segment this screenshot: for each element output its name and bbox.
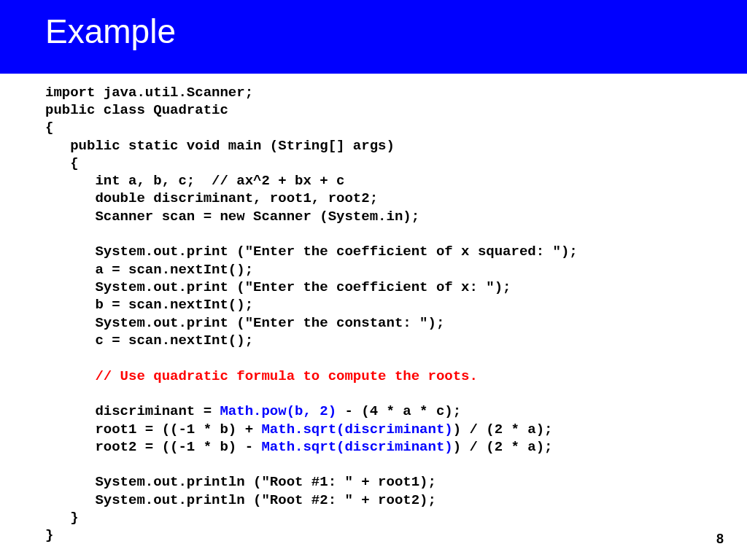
code-line: System.out.print ("Enter the constant: "…: [45, 315, 444, 331]
code-line: System.out.println ("Root #1: " + root1)…: [45, 474, 436, 490]
code-math-call: Math.sqrt(discriminant): [261, 421, 452, 438]
slide: Example import java.util.Scanner; public…: [0, 0, 747, 560]
title-bar: Example: [0, 0, 747, 74]
code-line: ) / (2 * a);: [453, 439, 553, 455]
code-line: c = scan.nextInt();: [45, 332, 253, 349]
code-line: root1 = ((-1 * b) +: [45, 421, 261, 438]
code-line: - (4 * a * c);: [336, 403, 461, 419]
code-line: Scanner scan = new Scanner (System.in);: [45, 209, 419, 225]
code-line: }: [45, 510, 79, 526]
code-line: double discriminant, root1, root2;: [45, 190, 378, 206]
code-line: root2 = ((-1 * b) -: [45, 439, 261, 455]
code-line: {: [45, 155, 79, 171]
code-math-call: Math.pow(b, 2): [220, 403, 336, 419]
code-line: System.out.print ("Enter the coefficient…: [45, 279, 511, 295]
code-line: int a, b, c; // ax^2 + bx + c: [45, 173, 344, 189]
code-line: }: [45, 527, 53, 543]
code-math-call: Math.sqrt(discriminant): [261, 439, 452, 455]
code-line: b = scan.nextInt();: [45, 297, 253, 313]
code-line: {: [45, 120, 53, 136]
code-block: import java.util.Scanner; public class Q…: [0, 74, 747, 545]
slide-title: Example: [45, 12, 176, 50]
page-number: 8: [716, 532, 724, 547]
code-line: public class Quadratic: [45, 102, 228, 118]
code-line: ) / (2 * a);: [453, 421, 553, 438]
code-line: discriminant =: [45, 403, 220, 419]
code-line: public static void main (String[] args): [45, 138, 395, 154]
code-line: System.out.println ("Root #2: " + root2)…: [45, 492, 436, 508]
code-line: a = scan.nextInt();: [45, 262, 253, 278]
code-comment: // Use quadratic formula to compute the …: [45, 368, 478, 384]
code-line: System.out.print ("Enter the coefficient…: [45, 244, 578, 260]
code-line: import java.util.Scanner;: [45, 85, 253, 101]
